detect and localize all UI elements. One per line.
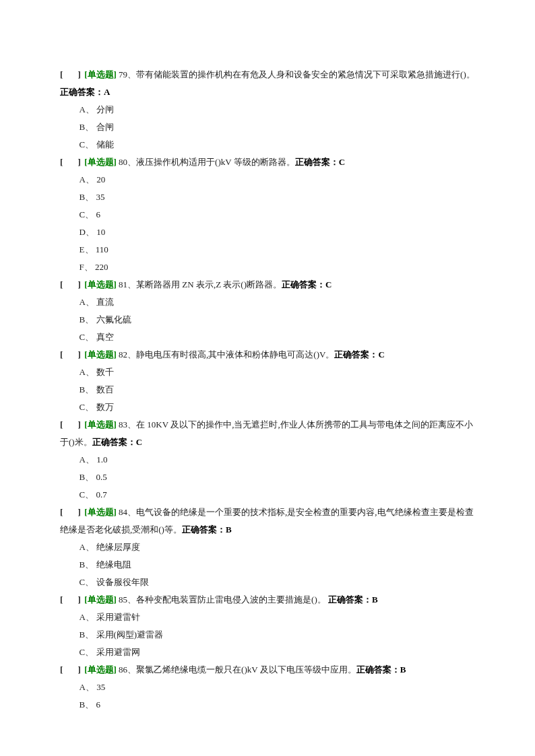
option-letter: F、 [80, 262, 93, 272]
question-type-tag: [单选题] [84, 69, 117, 79]
option-letter: C、 [80, 489, 94, 500]
page-content: [ ] [单选题] 79、带有储能装置的操作机构在有危及人身和设备安全的紧急情况… [0, 0, 535, 754]
option-line: E、 110 [60, 241, 475, 259]
option-line: B、 35 [60, 188, 475, 206]
question-header: [ ] [单选题] 84、电气设备的绝缘是一个重要的技术指标,是安全检查的重要内… [60, 504, 475, 539]
option-line: A、 1.0 [60, 451, 475, 469]
question-text: 85、各种变配电装置防止雷电侵入波的主要措施是()。 [119, 594, 328, 605]
option-letter: B、 [80, 314, 94, 324]
option-letter: C、 [80, 332, 94, 342]
option-text: 绝缘层厚度 [96, 542, 140, 552]
correct-answer: 正确答案：C [295, 157, 345, 167]
answer-bracket: [ ] [60, 69, 82, 79]
option-line: C、 采用避雷网 [60, 644, 475, 661]
options-list: A、 绝缘层厚度B、 绝缘电阻C、 设备服役年限 [60, 539, 475, 591]
options-list: A、 直流B、 六氟化硫C、 真空 [60, 294, 475, 346]
question-header: [ ] [单选题] 86、聚氯乙烯绝缘电缆一般只在()kV 及以下电压等级中应用… [60, 661, 475, 679]
option-letter: A、 [80, 454, 94, 465]
option-line: F、 220 [60, 259, 475, 276]
correct-answer: 正确答案：B [328, 594, 378, 605]
option-letter: E、 [80, 244, 94, 254]
question-type-tag: [单选题] [84, 664, 117, 675]
option-line: A、 绝缘层厚度 [60, 539, 475, 556]
option-line: C、 储能 [60, 136, 475, 153]
correct-answer: 正确答案：A [60, 87, 110, 97]
option-text: 真空 [96, 332, 114, 342]
option-letter: B、 [80, 472, 94, 482]
option-text: 6 [96, 209, 101, 219]
correct-answer: 正确答案：C [282, 279, 332, 289]
option-letter: A、 [80, 612, 94, 622]
option-text: 采用(阀型)避雷器 [96, 629, 164, 640]
option-letter: A、 [80, 174, 94, 184]
answer-bracket: [ ] [60, 507, 82, 517]
option-line: B、 合闸 [60, 118, 475, 136]
options-list: A、 35B、 6 [60, 679, 475, 714]
question-text: 80、液压操作机构适用于()kV 等级的断路器。 [119, 157, 295, 167]
option-letter: C、 [80, 209, 94, 219]
option-text: 35 [96, 682, 105, 692]
question-text: 82、静电电压有时很高,其中液体和粉体静电可高达()V。 [119, 349, 334, 359]
question-block: [ ] [单选题] 80、液压操作机构适用于()kV 等级的断路器。正确答案：C… [60, 153, 475, 276]
option-line: A、 35 [60, 679, 475, 696]
question-text: 86、聚氯乙烯绝缘电缆一般只在()kV 及以下电压等级中应用。 [119, 664, 356, 675]
question-header: [ ] [单选题] 81、某断路器用 ZN 表示,Z 表示()断路器。正确答案：… [60, 276, 475, 294]
question-block: [ ] [单选题] 84、电气设备的绝缘是一个重要的技术指标,是安全检查的重要内… [60, 504, 475, 591]
options-list: A、 1.0B、 0.5C、 0.7 [60, 451, 475, 504]
option-text: 1.0 [96, 454, 107, 465]
question-block: [ ] [单选题] 83、在 10KV 及以下的操作中,当无遮拦时,作业人体所携… [60, 416, 475, 504]
option-text: 数万 [96, 402, 114, 412]
answer-bracket: [ ] [60, 664, 82, 675]
option-letter: C、 [80, 402, 94, 412]
option-line: A、 直流 [60, 294, 475, 311]
option-line: C、 设备服役年限 [60, 574, 475, 591]
correct-answer: 正确答案：C [92, 437, 142, 447]
options-list: A、 数千B、 数百C、 数万 [60, 364, 475, 416]
options-list: A、 采用避雷针B、 采用(阀型)避雷器C、 采用避雷网 [60, 609, 475, 661]
option-text: 分闸 [96, 104, 114, 114]
option-text: 采用避雷针 [96, 612, 140, 622]
option-letter: C、 [80, 139, 94, 149]
correct-answer: 正确答案：B [182, 524, 232, 535]
options-list: A、 分闸B、 合闸C、 储能 [60, 101, 475, 153]
option-text: 直流 [96, 297, 114, 307]
option-line: B、 0.5 [60, 469, 475, 486]
question-header: [ ] [单选题] 83、在 10KV 及以下的操作中,当无遮拦时,作业人体所携… [60, 416, 475, 451]
option-letter: B、 [80, 384, 94, 394]
option-text: 绝缘电阻 [96, 559, 131, 570]
option-letter: B、 [80, 699, 94, 710]
option-line: A、 采用避雷针 [60, 609, 475, 626]
option-text: 采用避雷网 [96, 647, 140, 657]
question-text: 84、电气设备的绝缘是一个重要的技术指标,是安全检查的重要内容,电气绝缘检查主要… [60, 507, 474, 535]
option-text: 数千 [96, 367, 114, 377]
question-header: [ ] [单选题] 80、液压操作机构适用于()kV 等级的断路器。正确答案：C [60, 153, 475, 171]
option-line: A、 数千 [60, 364, 475, 381]
option-text: 35 [96, 192, 105, 202]
option-line: D、 10 [60, 224, 475, 241]
option-letter: B、 [80, 629, 94, 640]
option-line: A、 20 [60, 171, 475, 188]
question-block: [ ] [单选题] 86、聚氯乙烯绝缘电缆一般只在()kV 及以下电压等级中应用… [60, 661, 475, 714]
option-line: B、 采用(阀型)避雷器 [60, 626, 475, 644]
option-line: C、 数万 [60, 399, 475, 416]
option-letter: A、 [80, 367, 94, 377]
option-line: C、 6 [60, 206, 475, 224]
correct-answer: 正确答案：C [334, 349, 384, 359]
option-line: C、 0.7 [60, 486, 475, 504]
option-text: 10 [96, 227, 105, 237]
question-type-tag: [单选题] [84, 349, 117, 359]
answer-bracket: [ ] [60, 157, 82, 167]
option-text: 设备服役年限 [96, 577, 149, 587]
option-text: 0.5 [96, 472, 107, 482]
option-text: 六氟化硫 [96, 314, 131, 324]
option-text: 合闸 [96, 122, 114, 132]
question-type-tag: [单选题] [84, 419, 117, 429]
correct-answer: 正确答案：B [356, 664, 406, 675]
question-type-tag: [单选题] [84, 157, 117, 167]
option-letter: A、 [80, 542, 94, 552]
question-block: [ ] [单选题] 82、静电电压有时很高,其中液体和粉体静电可高达()V。正确… [60, 346, 475, 416]
answer-bracket: [ ] [60, 349, 82, 359]
answer-bracket: [ ] [60, 419, 82, 429]
option-letter: B、 [80, 122, 94, 132]
question-text: 81、某断路器用 ZN 表示,Z 表示()断路器。 [119, 279, 282, 289]
